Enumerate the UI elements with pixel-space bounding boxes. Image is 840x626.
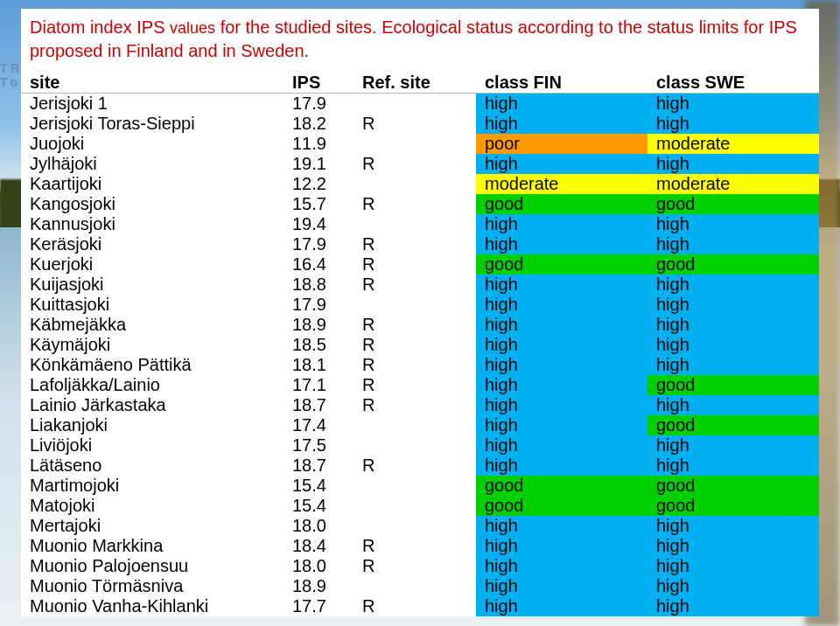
cell-class-fin: high [476, 576, 648, 596]
cell-class-swe: high [648, 576, 819, 596]
cell-class-fin: high [476, 335, 648, 355]
cell-ips: 18.9 [284, 315, 354, 335]
cell-class-fin: high [476, 234, 648, 254]
cell-class-swe: high [648, 295, 819, 315]
table-row: Käbmejäkka18.9Rhighhigh [21, 315, 819, 335]
cell-site: Kuerjoki [21, 254, 284, 275]
cell-class-fin: high [476, 154, 648, 174]
cell-ips: 15.4 [284, 476, 354, 496]
cell-site: Kuijasjoki [21, 275, 284, 295]
cell-ips: 18.8 [284, 275, 354, 295]
cell-ips: 17.9 [284, 94, 354, 115]
cell-class-fin: high [476, 275, 648, 295]
col-ref: Ref. site [354, 72, 476, 94]
cell-class-swe: good [648, 415, 819, 435]
cell-class-fin: high [476, 596, 648, 616]
cell-ips: 17.9 [284, 295, 354, 315]
cell-ips: 15.4 [284, 496, 354, 516]
cell-ips: 18.0 [284, 516, 354, 536]
cell-ips: 17.5 [284, 435, 354, 456]
cell-class-fin: poor [476, 134, 648, 154]
table-row: Mertajoki18.0highhigh [21, 516, 819, 536]
cell-class-swe: high [648, 596, 819, 616]
cell-ips: 18.7 [284, 395, 354, 415]
cell-class-swe: high [648, 234, 819, 254]
cell-site: Jylhäjoki [21, 154, 284, 174]
cell-ref: R [354, 456, 476, 476]
cell-ref [354, 174, 476, 194]
cell-ips: 18.1 [284, 355, 354, 375]
cell-ref [354, 295, 476, 315]
ips-table: site IPS Ref. site class FIN class SWE J… [21, 72, 819, 616]
cell-ips: 11.9 [284, 134, 354, 154]
cell-ref [354, 94, 476, 115]
table-row: Kuittasjoki17.9highhigh [21, 295, 819, 315]
table-row: Jerisjoki Toras-Sieppi18.2Rhighhigh [21, 114, 819, 134]
table-row: Liakanjoki17.4highgood [21, 415, 819, 435]
cell-ips: 16.4 [284, 254, 354, 275]
col-swe: class SWE [648, 72, 819, 94]
cell-class-swe: high [648, 355, 819, 375]
cell-ips: 17.1 [284, 375, 354, 395]
cell-class-swe: good [648, 375, 819, 395]
cell-class-swe: high [648, 214, 819, 234]
cell-ref [354, 476, 476, 496]
table-row: Muonio Markkina18.4Rhighhigh [21, 536, 819, 556]
col-ips: IPS [284, 72, 354, 94]
table-row: Kannusjoki19.4highhigh [21, 214, 819, 234]
cell-ref: R [354, 596, 476, 616]
cell-ips: 18.2 [284, 114, 354, 134]
cell-site: Muonio Palojoensuu [21, 556, 284, 576]
cell-class-swe: high [648, 536, 819, 556]
table-row: Lainio Järkastaka18.7Rhighhigh [21, 395, 819, 415]
cell-class-swe: good [648, 496, 819, 516]
cell-site: Muonio Törmäsniva [21, 576, 284, 596]
table-row: Liviöjoki17.5highhigh [21, 435, 819, 456]
cell-ips: 17.4 [284, 415, 354, 435]
cell-class-swe: good [648, 254, 819, 275]
cell-ref: R [354, 395, 476, 415]
table-row: Muonio Törmäsniva18.9highhigh [21, 576, 819, 596]
table-row: Matojoki15.4goodgood [21, 496, 819, 516]
cell-ips: 18.9 [284, 576, 354, 596]
cell-class-swe: high [648, 456, 819, 476]
cell-class-fin: good [476, 476, 648, 496]
cell-class-fin: high [476, 94, 648, 115]
cell-site: Kangosjoki [21, 194, 284, 214]
cell-class-swe: high [648, 335, 819, 355]
cell-site: Matojoki [21, 496, 284, 516]
slide-content: Diatom index IPS values for the studied … [21, 9, 819, 616]
cell-site: Käymäjoki [21, 335, 284, 355]
cell-class-fin: good [476, 254, 648, 275]
cell-site: Martimojoki [21, 476, 284, 496]
cell-class-fin: high [476, 355, 648, 375]
cell-ips: 18.7 [284, 456, 354, 476]
cell-site: Lainio Järkastaka [21, 395, 284, 415]
cell-ref: R [354, 114, 476, 134]
cell-class-fin: high [476, 295, 648, 315]
slide-title: Diatom index IPS values for the studied … [21, 9, 819, 72]
cell-class-fin: good [476, 194, 648, 214]
cell-ref: R [354, 254, 476, 275]
table-row: Kangosjoki15.7Rgoodgood [21, 194, 819, 214]
table-row: Kuijasjoki18.8Rhighhigh [21, 275, 819, 295]
cell-site: Liakanjoki [21, 415, 284, 435]
cell-ref [354, 516, 476, 536]
cell-ref [354, 496, 476, 516]
table-row: Jerisjoki 117.9highhigh [21, 94, 819, 115]
cell-class-fin: high [476, 556, 648, 576]
cell-class-swe: high [648, 94, 819, 115]
table-row: Muonio Palojoensuu18.0Rhighhigh [21, 556, 819, 576]
cell-ref [354, 415, 476, 435]
cell-class-fin: high [476, 114, 648, 134]
cell-class-swe: high [648, 435, 819, 456]
table-row: Lafoljäkka/Lainio17.1Rhighgood [21, 375, 819, 395]
cell-ref: R [354, 234, 476, 254]
table-row: Juojoki11.9poormoderate [21, 134, 819, 154]
cell-site: Kaartijoki [21, 174, 284, 194]
cell-ips: 12.2 [284, 174, 354, 194]
cell-ref: R [354, 315, 476, 335]
cell-class-fin: high [476, 375, 648, 395]
cell-ref [354, 134, 476, 154]
cell-site: Jerisjoki Toras-Sieppi [21, 114, 284, 134]
